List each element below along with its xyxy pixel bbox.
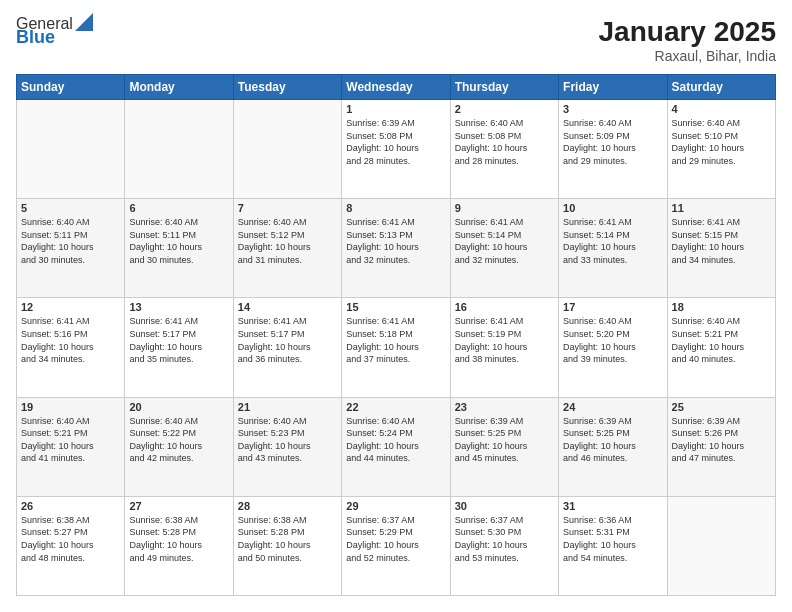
logo: General Blue [16,16,93,46]
day-number: 23 [455,401,554,413]
calendar-subtitle: Raxaul, Bihar, India [599,48,776,64]
day-info: Sunrise: 6:37 AM Sunset: 5:30 PM Dayligh… [455,514,554,564]
calendar-cell: 6Sunrise: 6:40 AM Sunset: 5:11 PM Daylig… [125,199,233,298]
calendar-week-1: 1Sunrise: 6:39 AM Sunset: 5:08 PM Daylig… [17,100,776,199]
day-info: Sunrise: 6:40 AM Sunset: 5:10 PM Dayligh… [672,117,771,167]
day-info: Sunrise: 6:39 AM Sunset: 5:08 PM Dayligh… [346,117,445,167]
calendar-cell: 4Sunrise: 6:40 AM Sunset: 5:10 PM Daylig… [667,100,775,199]
day-info: Sunrise: 6:41 AM Sunset: 5:16 PM Dayligh… [21,315,120,365]
day-number: 15 [346,301,445,313]
day-number: 1 [346,103,445,115]
day-number: 2 [455,103,554,115]
calendar-cell: 8Sunrise: 6:41 AM Sunset: 5:13 PM Daylig… [342,199,450,298]
calendar-cell: 31Sunrise: 6:36 AM Sunset: 5:31 PM Dayli… [559,496,667,595]
day-number: 11 [672,202,771,214]
calendar-cell: 10Sunrise: 6:41 AM Sunset: 5:14 PM Dayli… [559,199,667,298]
logo-blue-text: Blue [16,28,93,46]
title-block: January 2025 Raxaul, Bihar, India [599,16,776,64]
day-number: 3 [563,103,662,115]
calendar-cell: 16Sunrise: 6:41 AM Sunset: 5:19 PM Dayli… [450,298,558,397]
calendar-cell: 29Sunrise: 6:37 AM Sunset: 5:29 PM Dayli… [342,496,450,595]
day-info: Sunrise: 6:40 AM Sunset: 5:21 PM Dayligh… [21,415,120,465]
calendar-cell: 19Sunrise: 6:40 AM Sunset: 5:21 PM Dayli… [17,397,125,496]
day-info: Sunrise: 6:40 AM Sunset: 5:12 PM Dayligh… [238,216,337,266]
calendar-cell: 18Sunrise: 6:40 AM Sunset: 5:21 PM Dayli… [667,298,775,397]
calendar-cell: 13Sunrise: 6:41 AM Sunset: 5:17 PM Dayli… [125,298,233,397]
day-number: 25 [672,401,771,413]
day-info: Sunrise: 6:41 AM Sunset: 5:17 PM Dayligh… [129,315,228,365]
day-number: 10 [563,202,662,214]
day-info: Sunrise: 6:39 AM Sunset: 5:26 PM Dayligh… [672,415,771,465]
day-info: Sunrise: 6:39 AM Sunset: 5:25 PM Dayligh… [455,415,554,465]
calendar-cell: 5Sunrise: 6:40 AM Sunset: 5:11 PM Daylig… [17,199,125,298]
day-info: Sunrise: 6:40 AM Sunset: 5:21 PM Dayligh… [672,315,771,365]
day-number: 14 [238,301,337,313]
calendar-cell: 3Sunrise: 6:40 AM Sunset: 5:09 PM Daylig… [559,100,667,199]
day-header-friday: Friday [559,75,667,100]
day-number: 7 [238,202,337,214]
calendar-cell: 17Sunrise: 6:40 AM Sunset: 5:20 PM Dayli… [559,298,667,397]
calendar-cell: 26Sunrise: 6:38 AM Sunset: 5:27 PM Dayli… [17,496,125,595]
calendar-week-3: 12Sunrise: 6:41 AM Sunset: 5:16 PM Dayli… [17,298,776,397]
day-info: Sunrise: 6:37 AM Sunset: 5:29 PM Dayligh… [346,514,445,564]
calendar-week-5: 26Sunrise: 6:38 AM Sunset: 5:27 PM Dayli… [17,496,776,595]
calendar-cell: 24Sunrise: 6:39 AM Sunset: 5:25 PM Dayli… [559,397,667,496]
calendar-cell: 27Sunrise: 6:38 AM Sunset: 5:28 PM Dayli… [125,496,233,595]
calendar-cell: 20Sunrise: 6:40 AM Sunset: 5:22 PM Dayli… [125,397,233,496]
day-info: Sunrise: 6:38 AM Sunset: 5:28 PM Dayligh… [238,514,337,564]
day-info: Sunrise: 6:40 AM Sunset: 5:11 PM Dayligh… [129,216,228,266]
day-number: 29 [346,500,445,512]
day-number: 8 [346,202,445,214]
calendar-cell [125,100,233,199]
calendar-week-4: 19Sunrise: 6:40 AM Sunset: 5:21 PM Dayli… [17,397,776,496]
day-number: 19 [21,401,120,413]
calendar-cell: 28Sunrise: 6:38 AM Sunset: 5:28 PM Dayli… [233,496,341,595]
calendar-cell: 11Sunrise: 6:41 AM Sunset: 5:15 PM Dayli… [667,199,775,298]
calendar-cell: 23Sunrise: 6:39 AM Sunset: 5:25 PM Dayli… [450,397,558,496]
day-info: Sunrise: 6:40 AM Sunset: 5:22 PM Dayligh… [129,415,228,465]
day-header-tuesday: Tuesday [233,75,341,100]
calendar-cell: 30Sunrise: 6:37 AM Sunset: 5:30 PM Dayli… [450,496,558,595]
day-info: Sunrise: 6:41 AM Sunset: 5:14 PM Dayligh… [563,216,662,266]
calendar-cell: 14Sunrise: 6:41 AM Sunset: 5:17 PM Dayli… [233,298,341,397]
day-number: 31 [563,500,662,512]
day-info: Sunrise: 6:40 AM Sunset: 5:23 PM Dayligh… [238,415,337,465]
calendar-cell: 22Sunrise: 6:40 AM Sunset: 5:24 PM Dayli… [342,397,450,496]
calendar-cell [233,100,341,199]
day-number: 20 [129,401,228,413]
day-info: Sunrise: 6:41 AM Sunset: 5:15 PM Dayligh… [672,216,771,266]
day-number: 4 [672,103,771,115]
day-info: Sunrise: 6:41 AM Sunset: 5:19 PM Dayligh… [455,315,554,365]
day-info: Sunrise: 6:40 AM Sunset: 5:08 PM Dayligh… [455,117,554,167]
calendar-cell: 9Sunrise: 6:41 AM Sunset: 5:14 PM Daylig… [450,199,558,298]
calendar-cell: 1Sunrise: 6:39 AM Sunset: 5:08 PM Daylig… [342,100,450,199]
calendar-header-row: SundayMondayTuesdayWednesdayThursdayFrid… [17,75,776,100]
day-number: 9 [455,202,554,214]
day-number: 24 [563,401,662,413]
day-info: Sunrise: 6:40 AM Sunset: 5:09 PM Dayligh… [563,117,662,167]
day-number: 22 [346,401,445,413]
day-number: 16 [455,301,554,313]
calendar-week-2: 5Sunrise: 6:40 AM Sunset: 5:11 PM Daylig… [17,199,776,298]
day-info: Sunrise: 6:38 AM Sunset: 5:27 PM Dayligh… [21,514,120,564]
day-header-monday: Monday [125,75,233,100]
day-number: 21 [238,401,337,413]
header: General Blue January 2025 Raxaul, Bihar,… [16,16,776,64]
day-info: Sunrise: 6:40 AM Sunset: 5:11 PM Dayligh… [21,216,120,266]
day-number: 6 [129,202,228,214]
day-number: 26 [21,500,120,512]
day-number: 12 [21,301,120,313]
calendar-cell: 2Sunrise: 6:40 AM Sunset: 5:08 PM Daylig… [450,100,558,199]
page: General Blue January 2025 Raxaul, Bihar,… [0,0,792,612]
day-number: 27 [129,500,228,512]
day-info: Sunrise: 6:36 AM Sunset: 5:31 PM Dayligh… [563,514,662,564]
day-number: 30 [455,500,554,512]
day-header-sunday: Sunday [17,75,125,100]
day-number: 18 [672,301,771,313]
day-number: 13 [129,301,228,313]
calendar-table: SundayMondayTuesdayWednesdayThursdayFrid… [16,74,776,596]
day-number: 28 [238,500,337,512]
day-info: Sunrise: 6:40 AM Sunset: 5:20 PM Dayligh… [563,315,662,365]
day-number: 17 [563,301,662,313]
day-info: Sunrise: 6:41 AM Sunset: 5:17 PM Dayligh… [238,315,337,365]
